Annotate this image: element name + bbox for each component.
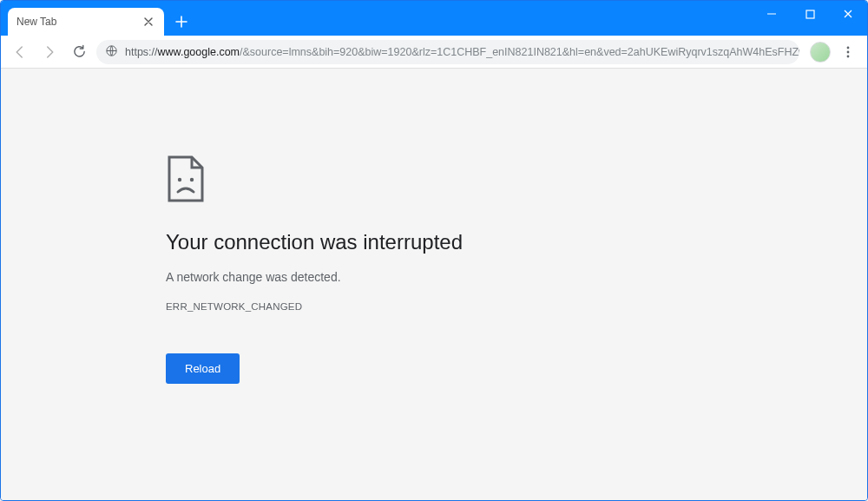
svg-point-3 <box>847 50 850 53</box>
reload-icon[interactable] <box>67 40 91 64</box>
maximize-button[interactable] <box>791 1 829 27</box>
site-info-icon[interactable] <box>105 44 118 60</box>
new-tab-button[interactable] <box>169 10 194 34</box>
error-block: Your connection was interrupted A networ… <box>166 155 652 384</box>
close-tab-icon[interactable] <box>141 15 155 29</box>
minimize-button[interactable] <box>753 1 791 27</box>
browser-window: New Tab <box>0 0 868 501</box>
menu-button[interactable] <box>836 40 860 64</box>
svg-point-2 <box>847 46 850 49</box>
svg-point-6 <box>190 178 194 181</box>
tab-new-tab[interactable]: New Tab <box>8 8 164 36</box>
page-content: Your connection was interrupted A networ… <box>1 69 867 500</box>
svg-point-5 <box>178 178 181 181</box>
titlebar: New Tab <box>1 1 867 36</box>
close-window-button[interactable] <box>829 1 867 27</box>
error-title: Your connection was interrupted <box>166 230 652 254</box>
address-bar[interactable]: https://www.google.com/&source=lmns&bih=… <box>96 40 799 64</box>
forward-button[interactable] <box>37 40 62 64</box>
tab-title: New Tab <box>16 16 141 28</box>
url-host: www.google.com <box>158 46 240 58</box>
reload-button[interactable]: Reload <box>166 353 240 384</box>
url-scheme: https:// <box>125 46 158 58</box>
sad-file-icon <box>166 155 652 206</box>
url-path: /&source=lmns&bih=920&biw=1920&rlz=1C1CH… <box>240 46 799 58</box>
svg-rect-0 <box>806 10 814 18</box>
back-button[interactable] <box>8 40 32 64</box>
error-subtitle: A network change was detected. <box>166 270 652 284</box>
profile-avatar[interactable] <box>810 42 831 63</box>
window-controls <box>753 1 867 27</box>
toolbar: https://www.google.com/&source=lmns&bih=… <box>1 36 867 69</box>
error-code: ERR_NETWORK_CHANGED <box>166 301 652 312</box>
svg-point-4 <box>847 55 850 57</box>
